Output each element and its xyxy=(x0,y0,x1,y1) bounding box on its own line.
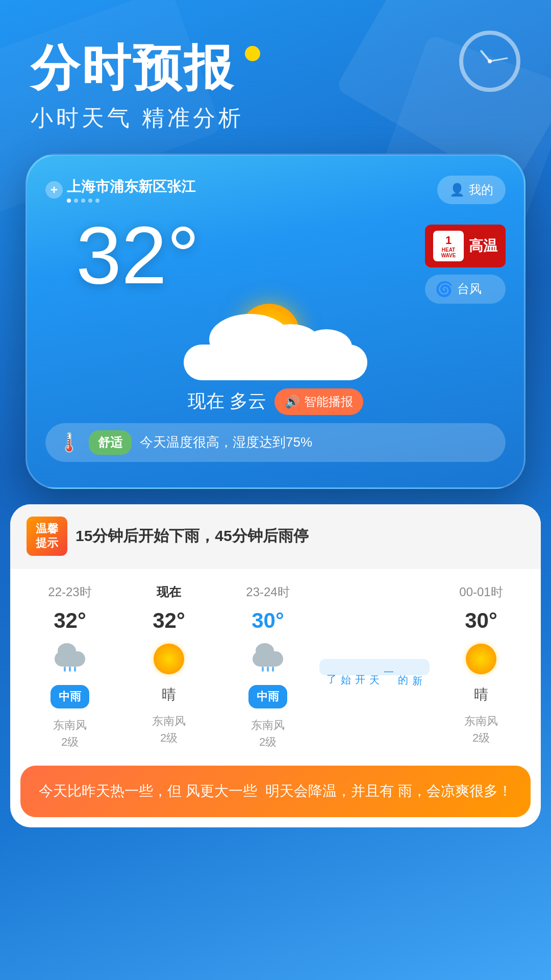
clock-center xyxy=(488,59,492,63)
rain-badge: 中雨 xyxy=(51,685,89,708)
hour-col-0001: 00-01时 30° 晴 东南风2级 xyxy=(432,584,531,750)
comfort-text: 今天温度很高，湿度达到75% xyxy=(140,433,312,451)
add-location-button[interactable]: + xyxy=(45,181,63,199)
wind-info-2324: 东南风2级 xyxy=(251,717,285,750)
alert-banner: 温馨 提示 15分钟后开始下雨，45分钟后雨停 xyxy=(10,504,541,569)
high-temp-label: 高温 xyxy=(469,236,497,256)
new-day-divider: 新的一天开始了 xyxy=(317,584,432,750)
hour-temp: 32° xyxy=(54,608,86,633)
heat-wave-badge[interactable]: 1 HEATWAVE 高温 xyxy=(425,225,506,267)
comparison-right: 明天会降温，并且有 雨，会凉爽很多！ xyxy=(265,780,512,803)
page-title: 分时预报 xyxy=(31,41,235,95)
location-dots xyxy=(67,199,195,203)
alert-text: 15分钟后开始下雨，45分钟后雨停 xyxy=(76,526,524,547)
hour-col-2223: 22-23时 32° 中雨 东南风2级 xyxy=(20,584,119,750)
new-day-text: 新的一天开始了 xyxy=(319,659,430,675)
comfort-tag: 舒适 xyxy=(89,430,132,455)
main-content: 分时预报 小时天气 精准分析 + 上海市浦东新区张江 xyxy=(0,0,551,980)
comparison-bar: 今天比昨天热一些，但 风更大一些 明天会降温，并且有 雨，会凉爽很多！ xyxy=(20,766,531,817)
title-dot xyxy=(245,46,260,61)
location-bar: + 上海市浦东新区张江 👤 我的 xyxy=(45,176,506,204)
warm-reminder-tag: 温馨 提示 xyxy=(27,517,67,556)
typhoon-icon: 🌀 xyxy=(435,281,453,298)
broadcast-label: 智能播报 xyxy=(304,394,353,410)
thermometer-icon: 🌡️ xyxy=(58,432,81,453)
heat-wave-text: HEATWAVE xyxy=(441,247,456,258)
hour-label-now: 现在 xyxy=(157,584,181,600)
clear-weather-label: 晴 xyxy=(162,685,176,704)
clock-face xyxy=(467,38,513,84)
forecast-card: 温馨 提示 15分钟后开始下雨，45分钟后雨停 22-23时 32° xyxy=(10,504,541,827)
heat-wave-number: 1 xyxy=(445,234,452,247)
wind-info-now: 东南风2级 xyxy=(152,713,186,746)
clock-minute-hand xyxy=(490,57,508,62)
wind-info: 东南风2级 xyxy=(53,717,87,750)
rain-icon-2223 xyxy=(52,641,88,677)
page-subtitle: 小时天气 精准分析 xyxy=(31,103,520,133)
clock-icon xyxy=(459,31,520,92)
wind-info-0001: 东南风2级 xyxy=(464,713,498,746)
clear-label-0001: 晴 xyxy=(474,685,488,704)
smart-broadcast-button[interactable]: 🔊 智能播报 xyxy=(274,388,363,415)
heat-wave-right: 高温 xyxy=(469,236,497,256)
current-condition: 现在 多云 xyxy=(188,389,266,414)
sun-icon-now xyxy=(151,641,187,677)
phone-mockup: + 上海市浦东新区张江 👤 我的 32° xyxy=(26,154,525,489)
typhoon-label: 台风 xyxy=(457,281,482,297)
hour-temp-now: 32° xyxy=(153,608,185,633)
hour-label-0001: 00-01时 xyxy=(459,584,503,600)
rain-icon-2324 xyxy=(250,641,286,677)
person-icon: 👤 xyxy=(449,183,465,197)
hour-col-now: 现在 32° 晴 东南风2级 xyxy=(119,584,218,750)
hourly-forecast: 22-23时 32° 中雨 东南风2级 xyxy=(10,569,541,766)
hour-label-2324: 23-24时 xyxy=(246,584,289,600)
location-name: 上海市浦东新区张江 xyxy=(67,177,195,197)
location-info: + 上海市浦东新区张江 xyxy=(45,177,195,203)
hour-temp-2324: 30° xyxy=(252,608,284,633)
cloud-illustration xyxy=(168,329,383,380)
speaker-icon: 🔊 xyxy=(285,395,300,409)
weather-illustration xyxy=(45,299,506,380)
hour-col-2324: 23-24时 30° 中雨 东南风2级 xyxy=(218,584,317,750)
sun-icon-0001 xyxy=(463,641,499,677)
location-name-area: 上海市浦东新区张江 xyxy=(67,177,195,203)
my-label: 我的 xyxy=(469,182,493,198)
my-profile-button[interactable]: 👤 我的 xyxy=(437,176,506,204)
rain-badge-2324: 中雨 xyxy=(248,685,287,708)
weather-main: 32° 1 HEATWAVE 高温 🌀 台风 xyxy=(45,214,506,304)
hour-temp-0001: 30° xyxy=(465,608,497,633)
temperature-display: 32° xyxy=(45,214,199,296)
weather-badges: 1 HEATWAVE 高温 🌀 台风 xyxy=(425,214,506,304)
comfort-bar: 🌡️ 舒适 今天温度很高，湿度达到75% xyxy=(45,423,506,462)
comparison-left: 今天比昨天热一些，但 风更大一些 xyxy=(39,780,257,803)
current-weather-row: 现在 多云 🔊 智能播报 xyxy=(45,388,506,415)
heat-wave-icon: 1 HEATWAVE xyxy=(433,231,464,261)
hour-label: 22-23时 xyxy=(48,584,91,600)
